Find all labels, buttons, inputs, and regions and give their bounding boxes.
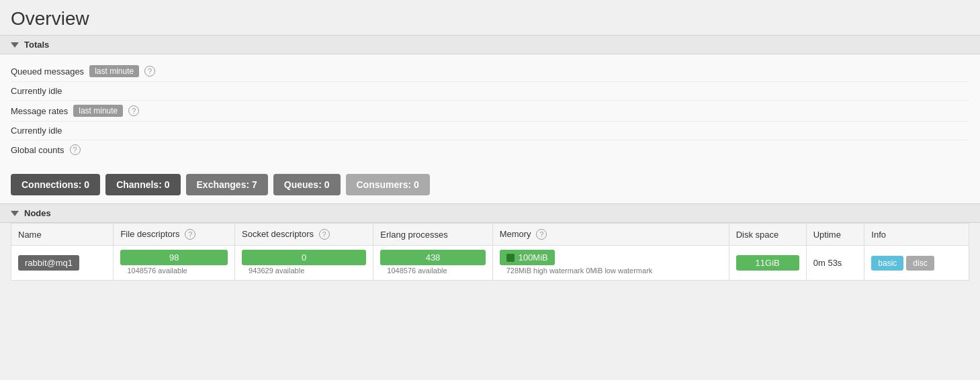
exchanges-button[interactable]: Exchanges: 7 <box>186 174 268 195</box>
totals-content: Queued messages last minute ? Currently … <box>0 54 980 166</box>
memory-dot <box>506 254 515 262</box>
totals-section-title: Totals <box>24 40 49 50</box>
nodes-section-title: Nodes <box>24 208 51 218</box>
message-rates-help-icon[interactable]: ? <box>128 105 139 116</box>
info-basic-button[interactable]: basic <box>871 256 903 271</box>
currently-idle-1-row: Currently idle <box>11 82 969 101</box>
socket-descriptors-cell: 0 943629 available <box>235 246 373 281</box>
message-rates-row: Message rates last minute ? <box>11 101 969 122</box>
table-row: rabbit@mq1 98 1048576 available 0 943629… <box>11 246 969 281</box>
col-info: Info <box>864 224 969 246</box>
consumers-button[interactable]: Consumers: 0 <box>346 174 430 195</box>
global-counts-help-icon[interactable]: ? <box>70 144 81 155</box>
queued-messages-label: Queued messages <box>11 66 84 77</box>
memory-cell: 100MiB 728MiB high watermark 0MiB low wa… <box>492 246 729 281</box>
queued-messages-row: Queued messages last minute ? <box>11 61 969 82</box>
socket-descriptors-sub: 943629 available <box>242 265 366 276</box>
nodes-collapse-icon[interactable] <box>11 211 19 216</box>
col-memory: Memory ? <box>492 224 729 246</box>
queued-messages-badge[interactable]: last minute <box>89 65 139 77</box>
erlang-processes-bar: 438 <box>380 250 485 265</box>
global-counts-row: Global counts ? <box>11 140 969 159</box>
col-name: Name <box>11 224 114 246</box>
message-rates-label: Message rates <box>11 106 68 116</box>
currently-idle-2-row: Currently idle <box>11 122 969 140</box>
counts-row: Connections: 0 Channels: 0 Exchanges: 7 … <box>0 166 980 203</box>
nodes-table-wrapper: Name File descriptors ? Socket descripto… <box>0 223 980 281</box>
nodes-table: Name File descriptors ? Socket descripto… <box>11 223 969 281</box>
info-buttons: basic disc <box>871 256 962 271</box>
file-descriptors-sub: 1048576 available <box>120 265 228 276</box>
page-wrapper: Overview Totals Queued messages last min… <box>0 0 980 380</box>
global-counts-label: Global counts <box>11 145 64 155</box>
totals-collapse-icon[interactable] <box>11 42 19 48</box>
col-file-descriptors: File descriptors ? <box>114 224 235 246</box>
nodes-section-header: Nodes <box>0 203 980 223</box>
memory-sub: 728MiB high watermark 0MiB low watermark <box>500 265 722 276</box>
file-descriptors-help-icon[interactable]: ? <box>185 229 195 240</box>
erlang-processes-sub: 1048576 available <box>380 265 485 276</box>
file-descriptors-cell: 98 1048576 available <box>114 246 235 281</box>
page-title: Overview <box>0 0 980 35</box>
message-rates-badge[interactable]: last minute <box>73 105 123 117</box>
socket-descriptors-bar: 0 <box>242 250 366 265</box>
uptime-cell: 0m 53s <box>806 246 864 281</box>
queues-button[interactable]: Queues: 0 <box>273 174 341 195</box>
memory-bar: 100MiB <box>500 250 555 265</box>
info-disc-button[interactable]: disc <box>906 256 934 271</box>
file-descriptors-bar: 98 <box>120 250 228 265</box>
info-cell: basic disc <box>864 246 969 281</box>
totals-section-header: Totals <box>0 35 980 54</box>
memory-help-icon[interactable]: ? <box>536 229 547 240</box>
disk-space-bar: 11GiB <box>736 255 799 271</box>
nodes-table-header-row: Name File descriptors ? Socket descripto… <box>11 224 969 246</box>
queued-messages-help-icon[interactable]: ? <box>144 66 155 77</box>
currently-idle-1-label: Currently idle <box>11 86 62 96</box>
col-uptime: Uptime <box>806 224 864 246</box>
channels-button[interactable]: Channels: 0 <box>105 174 180 195</box>
connections-button[interactable]: Connections: 0 <box>11 174 100 195</box>
currently-idle-2-label: Currently idle <box>11 126 62 136</box>
erlang-processes-cell: 438 1048576 available <box>373 246 492 281</box>
col-socket-descriptors: Socket descriptors ? <box>235 224 373 246</box>
col-disk-space: Disk space <box>729 224 806 246</box>
col-erlang-processes: Erlang processes <box>373 224 492 246</box>
socket-descriptors-help-icon[interactable]: ? <box>319 229 330 240</box>
node-name-badge[interactable]: rabbit@mq1 <box>18 255 79 271</box>
disk-space-cell: 11GiB <box>729 246 806 281</box>
node-name-cell: rabbit@mq1 <box>11 246 114 281</box>
